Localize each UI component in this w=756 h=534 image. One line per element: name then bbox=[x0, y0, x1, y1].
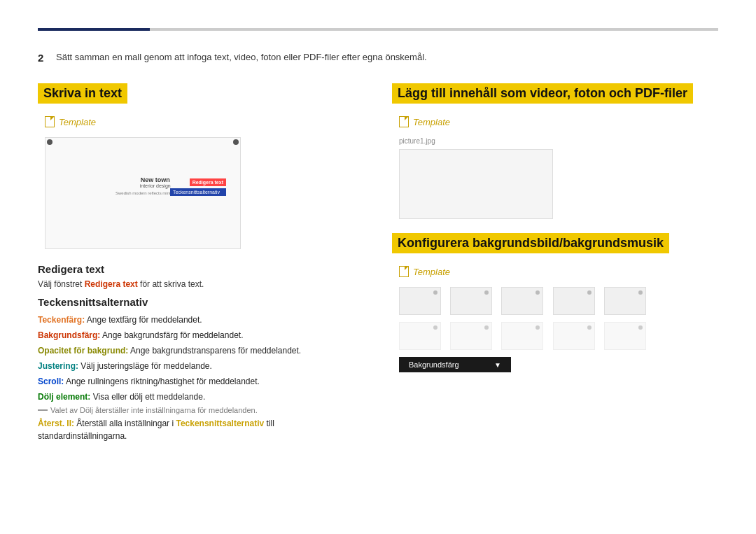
opt-key-aterstall: Återst. II: bbox=[38, 419, 74, 428]
option-bakgrundsfarg: Bakgrundsfärg: Ange bakgrundsfärg för me… bbox=[38, 329, 364, 342]
bg-dot2-1 bbox=[433, 325, 438, 330]
opt-key-scroll: Scroll: bbox=[38, 377, 64, 386]
template-label-right: Template bbox=[413, 117, 450, 127]
option-teckenfarg: Teckenfärg: Ange textfärg för meddelande… bbox=[38, 314, 364, 326]
progress-bar-filled bbox=[38, 28, 150, 31]
slide-subtitle: interior design bbox=[115, 183, 195, 188]
right-column: Lägg till innehåll som videor, foton och… bbox=[392, 83, 718, 445]
bg-dot2-5 bbox=[638, 325, 643, 330]
dropdown-label: Bakgrundsfärg bbox=[409, 360, 459, 369]
option-aterstall: Återst. II: Återställ alla inställningar… bbox=[38, 417, 364, 442]
bg-cell2-5[interactable] bbox=[604, 322, 646, 350]
bg-cell2-4[interactable] bbox=[553, 322, 595, 350]
section-heading-skriva: Skriva in text bbox=[38, 83, 127, 104]
note-line: Valet av Dölj återställer inte inställni… bbox=[38, 406, 364, 414]
template-label-konfigurera: Template bbox=[413, 267, 450, 277]
opt-key-teckensnitts-inline: Teckensnittsalternativ bbox=[176, 419, 264, 428]
template-file-icon bbox=[45, 116, 55, 127]
bg-dot-4 bbox=[587, 290, 592, 295]
template-file-icon-right bbox=[399, 116, 409, 127]
teckensnitts-heading: Teckensnittsalternativ bbox=[38, 296, 364, 308]
opt-desc-opacitet: Ange bakgrundstransparens för meddelande… bbox=[130, 346, 301, 356]
bg-cell-1[interactable] bbox=[399, 287, 441, 315]
option-dolj: Dölj element: Visa eller dölj ett meddel… bbox=[38, 391, 364, 403]
bg-dot-1 bbox=[433, 290, 438, 295]
option-scroll: Scroll: Ange rullningens riktning/hastig… bbox=[38, 375, 364, 388]
note-text: Valet av Dölj återställer inte inställni… bbox=[50, 406, 258, 414]
redigera-text-heading: Redigera text bbox=[38, 263, 364, 275]
bg-cell-2[interactable] bbox=[450, 287, 492, 315]
bg-dot2-2 bbox=[484, 325, 489, 330]
slide-preview-inner: New town interior design Swedish modern … bbox=[46, 138, 240, 248]
opt-desc-dolj: Visa eller dölj ett meddelande. bbox=[93, 392, 206, 402]
section-heading-lagg: Lägg till innehåll som videor, foton och… bbox=[392, 83, 693, 104]
image-filename: picture1.jpg bbox=[399, 137, 718, 145]
bg-grid-row1 bbox=[399, 287, 651, 315]
edit-text-button[interactable]: Redigera text bbox=[190, 178, 226, 186]
image-placeholder bbox=[399, 149, 553, 219]
left-column: Skriva in text Template New town interio… bbox=[38, 83, 364, 445]
opt-key-opacitet: Opacitet för bakgrund: bbox=[38, 346, 128, 356]
template-item-right[interactable]: Template bbox=[399, 116, 718, 127]
opt-desc-bakgrundsfarg: Ange bakgrundsfärg för meddelandet. bbox=[102, 330, 243, 340]
step-row: 2 Sätt samman en mall genom att infoga t… bbox=[38, 52, 718, 64]
opt-desc-scroll: Ange rullningens riktning/hastighet för … bbox=[66, 377, 260, 386]
bg-dot-5 bbox=[638, 290, 643, 295]
background-color-dropdown[interactable]: Bakgrundsfärg ▼ bbox=[399, 357, 511, 372]
dropdown-arrow-icon: ▼ bbox=[494, 361, 501, 369]
bg-dot2-4 bbox=[587, 325, 592, 330]
bg-dot2-3 bbox=[536, 325, 540, 330]
dash-icon bbox=[38, 409, 48, 411]
opt-key-dolj: Dölj element: bbox=[38, 392, 90, 402]
bg-cell-5[interactable] bbox=[604, 287, 646, 315]
section-heading-konfigurera: Konfigurera bakgrundsbild/bakgrundsmusik bbox=[392, 233, 669, 253]
template-item-left[interactable]: Template bbox=[45, 116, 364, 127]
opt-desc-aterstall: Återställ alla inställningar i bbox=[76, 419, 176, 428]
bg-cell2-3[interactable] bbox=[501, 322, 543, 350]
font-options-button[interactable]: Teckensnittsalternativ bbox=[170, 188, 226, 196]
opt-key-justering: Justering: bbox=[38, 361, 78, 371]
slide-preview: New town interior design Swedish modern … bbox=[45, 137, 241, 249]
handle-tl[interactable] bbox=[47, 139, 52, 145]
option-opacitet: Opacitet för bakgrund: Ange bakgrundstra… bbox=[38, 344, 364, 357]
opt-key-bakgrundsfarg: Bakgrundsfärg: bbox=[38, 330, 100, 340]
bg-cell2-1[interactable] bbox=[399, 322, 441, 350]
template-label-left: Template bbox=[59, 117, 96, 127]
bg-dot-3 bbox=[536, 290, 540, 295]
main-content: Skriva in text Template New town interio… bbox=[38, 83, 718, 445]
slide-title: New town bbox=[115, 176, 195, 183]
step-description: Sätt samman en mall genom att infoga tex… bbox=[56, 52, 427, 62]
bg-dot-2 bbox=[484, 290, 489, 295]
bg-cell-3[interactable] bbox=[501, 287, 543, 315]
template-file-icon-konfigurera bbox=[399, 266, 409, 277]
opt-desc-teckenfarg: Ange textfärg för meddelandet. bbox=[87, 315, 202, 325]
opt-desc-justering: Välj justeringsläge för meddelande. bbox=[80, 361, 211, 371]
bg-cell2-2[interactable] bbox=[450, 322, 492, 350]
template-item-konfigurera[interactable]: Template bbox=[399, 266, 718, 277]
bg-grid-row2 bbox=[399, 322, 651, 350]
step-number: 2 bbox=[38, 52, 49, 64]
redigera-text-inline: Redigera text bbox=[85, 279, 138, 289]
bg-cell-4[interactable] bbox=[553, 287, 595, 315]
progress-bar-container bbox=[38, 28, 718, 31]
option-justering: Justering: Välj justeringsläge för medde… bbox=[38, 360, 364, 372]
redigera-text-desc: Välj fönstret Redigera text för att skri… bbox=[38, 279, 364, 289]
handle-tr[interactable] bbox=[233, 139, 239, 145]
progress-bar-empty bbox=[150, 28, 718, 31]
opt-key-teckenfarg: Teckenfärg: bbox=[38, 315, 85, 325]
